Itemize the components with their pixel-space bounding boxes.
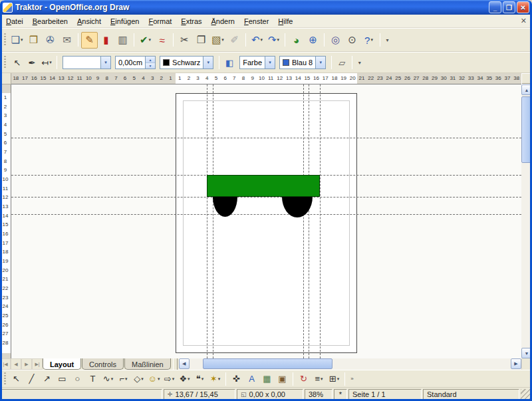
tab-masslinien[interactable]: Maßlinien xyxy=(124,358,171,370)
fill-type-select[interactable]: Farbe ▾ xyxy=(239,56,275,69)
symbol-shapes-icon-dropdown[interactable]: ▾ xyxy=(158,376,160,382)
menu-extras[interactable]: Extras xyxy=(176,15,206,27)
basic-shapes-icon-dropdown[interactable]: ▾ xyxy=(141,376,144,382)
chevron-down-icon[interactable]: ▾ xyxy=(315,57,325,68)
save-icon[interactable]: ✇ xyxy=(42,32,59,49)
spin-up-icon[interactable]: ▲ xyxy=(146,57,155,63)
export-pdf-icon[interactable]: ▮ xyxy=(98,32,114,49)
horizontal-guide[interactable] xyxy=(11,197,521,198)
arrow-style-icon-dropdown[interactable]: ▾ xyxy=(49,60,52,65)
chevron-down-icon[interactable]: ▾ xyxy=(203,57,213,68)
hyperlink-icon[interactable]: ⊕ xyxy=(305,32,321,49)
status-zoom[interactable]: 38% xyxy=(305,389,332,400)
undo-icon[interactable]: ↶▾ xyxy=(249,32,265,49)
resize-grip[interactable] xyxy=(521,389,530,400)
arrange-icon-dropdown[interactable]: ▾ xyxy=(337,376,340,382)
menu-format[interactable]: Format xyxy=(144,15,176,27)
select-icon[interactable]: ↖ xyxy=(10,55,25,70)
document-close-icon[interactable]: ✕ xyxy=(517,17,531,25)
new-icon-dropdown[interactable]: ▾ xyxy=(21,37,23,43)
horizontal-scrollbar[interactable]: ◀ ▶ xyxy=(179,358,521,370)
gallery-icon[interactable]: ▣ xyxy=(275,372,290,386)
rotate-icon[interactable]: ↻ xyxy=(296,372,311,386)
curve-icon[interactable]: ∿▾ xyxy=(100,372,116,386)
tab-next-button[interactable]: ▶ xyxy=(21,358,32,370)
vertical-guide[interactable] xyxy=(303,84,304,358)
help-icon-dropdown[interactable]: ▾ xyxy=(370,37,373,43)
ruler-corner-button[interactable] xyxy=(521,73,532,84)
tab-first-button[interactable]: |◀ xyxy=(0,358,11,370)
menu-datei[interactable]: Datei xyxy=(1,15,28,27)
vertical-guide[interactable] xyxy=(213,84,213,358)
new-icon[interactable]: ❏▾ xyxy=(9,32,25,49)
paste-icon-dropdown[interactable]: ▾ xyxy=(221,37,224,43)
horizontal-scroll-thumb[interactable] xyxy=(203,358,332,369)
spellcheck-icon[interactable]: ✔▾ xyxy=(137,32,154,49)
scroll-right-icon[interactable]: ▶ xyxy=(511,358,521,369)
vertical-guide[interactable] xyxy=(207,84,207,358)
chevron-down-icon[interactable]: ▾ xyxy=(100,57,110,68)
drawing-canvas[interactable] xyxy=(11,84,521,358)
toolbar-grip[interactable] xyxy=(4,372,6,386)
edit-file-icon[interactable]: ✎ xyxy=(81,32,98,49)
paste-icon[interactable]: ▧▾ xyxy=(209,32,226,49)
status-size[interactable]: ◱ 0,00 x 0,00 xyxy=(237,389,303,400)
menu-ansicht[interactable]: Ansicht xyxy=(72,15,106,27)
scroll-down-icon[interactable]: ▼ xyxy=(521,348,532,358)
block-arrows-icon-dropdown[interactable]: ▾ xyxy=(172,376,175,382)
rectangle-icon[interactable]: ▭ xyxy=(55,372,70,386)
toolbar-grip[interactable] xyxy=(4,56,6,69)
arrange-icon[interactable]: ⊞▾ xyxy=(327,372,342,386)
line-width-input[interactable]: 0,00cm ▲ ▼ xyxy=(115,56,156,69)
arrow-style-icon[interactable]: ↤▾ xyxy=(39,55,54,70)
navigator-icon[interactable]: ◎ xyxy=(327,32,344,49)
trailer-body[interactable] xyxy=(207,175,320,197)
line-properties-icon[interactable]: ✒ xyxy=(25,55,39,70)
tab-last-button[interactable]: ▶| xyxy=(32,358,43,370)
print-icon[interactable]: ▥ xyxy=(114,32,131,49)
fontwork-icon[interactable]: A xyxy=(244,372,259,386)
callouts-icon-dropdown[interactable]: ▾ xyxy=(201,376,204,382)
toolbar-grip[interactable] xyxy=(4,33,6,47)
horizontal-guide[interactable] xyxy=(11,214,521,215)
menu-aendern[interactable]: Ändern xyxy=(207,15,239,27)
text-icon[interactable]: T xyxy=(85,372,100,386)
menu-bearbeiten[interactable]: Bearbeiten xyxy=(28,15,72,27)
ellipse-icon[interactable]: ○ xyxy=(70,372,85,386)
curve-icon-dropdown[interactable]: ▾ xyxy=(111,376,114,382)
connector-icon[interactable]: ⌐▾ xyxy=(116,372,131,386)
vertical-scroll-track[interactable] xyxy=(521,95,532,348)
fill-icon[interactable]: ◧ xyxy=(222,55,237,70)
stars-icon-dropdown[interactable]: ▾ xyxy=(218,376,221,382)
toolbar-options-icon[interactable]: ▾ xyxy=(355,55,364,70)
block-arrows-icon[interactable]: ⇨▾ xyxy=(162,372,177,386)
help-icon[interactable]: ?▾ xyxy=(360,32,377,49)
auto-spellcheck-icon[interactable]: ≈ xyxy=(154,32,170,49)
title-bar[interactable]: Traktor - OpenOffice.org Draw _ ❐ ✕ xyxy=(0,0,532,15)
callouts-icon[interactable]: ❝▾ xyxy=(192,372,207,386)
arrow-icon[interactable]: ↗ xyxy=(39,372,55,386)
picture-icon[interactable]: ▦ xyxy=(259,372,275,386)
line-style-select[interactable]: ▾ xyxy=(63,56,111,69)
format-paintbrush-icon[interactable]: ✐ xyxy=(226,32,243,49)
tab-controls[interactable]: Controls xyxy=(82,358,124,370)
vertical-guide[interactable] xyxy=(309,84,309,358)
minimize-button[interactable]: _ xyxy=(489,1,501,13)
edit-points-icon[interactable]: ✜ xyxy=(229,372,244,386)
toolbar-options-icon[interactable]: ▾ xyxy=(383,32,392,49)
redo-icon[interactable]: ↷▾ xyxy=(265,32,282,49)
maximize-button[interactable]: ❐ xyxy=(503,1,515,13)
chart-icon[interactable]: ◕ xyxy=(288,32,305,49)
copy-icon[interactable]: ❐ xyxy=(193,32,209,49)
basic-shapes-icon[interactable]: ◇▾ xyxy=(131,372,146,386)
zoom-icon[interactable]: ⊙ xyxy=(344,32,360,49)
fill-color-select[interactable]: Blau 8 ▾ xyxy=(279,56,326,69)
tab-prev-button[interactable]: ◀ xyxy=(11,358,21,370)
undo-icon-dropdown[interactable]: ▾ xyxy=(261,37,263,43)
open-icon[interactable]: ❒ xyxy=(25,32,42,49)
horizontal-scroll-track[interactable] xyxy=(190,358,511,369)
flowchart-icon-dropdown[interactable]: ▾ xyxy=(188,376,190,382)
select-icon[interactable]: ↖ xyxy=(9,372,24,386)
menu-einfuegen[interactable]: Einfügen xyxy=(106,15,144,27)
toolbar-options-icon[interactable]: » xyxy=(348,372,356,386)
